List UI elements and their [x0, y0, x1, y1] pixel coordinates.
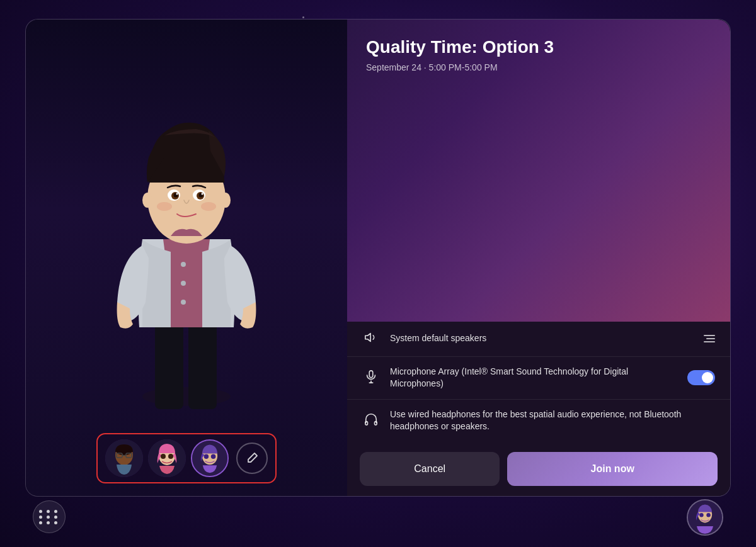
settings-panel: System default speakers	[347, 322, 730, 442]
avatar-thumb-1[interactable]	[105, 439, 143, 477]
microphone-icon	[362, 369, 380, 386]
avatar-selector	[96, 433, 277, 483]
profile-avatar-icon	[688, 499, 722, 536]
speaker-row: System default speakers	[347, 322, 730, 357]
svg-point-15	[202, 193, 203, 195]
cancel-button[interactable]: Cancel	[360, 452, 500, 486]
avatar-thumb-3[interactable]	[191, 439, 229, 477]
headphone-icon	[362, 412, 380, 429]
user-profile-button[interactable]	[687, 499, 723, 536]
event-date: September 24 · 5:00 PM-5:00 PM	[366, 62, 711, 72]
event-preview: Quality Time: Option 3 September 24 · 5:…	[347, 20, 730, 322]
svg-rect-35	[369, 371, 373, 378]
microphone-label: Microphone Array (Intel® Smart Sound Tec…	[390, 366, 677, 390]
svg-point-17	[220, 193, 231, 208]
svg-point-22	[117, 449, 132, 455]
svg-point-28	[161, 454, 166, 459]
svg-rect-39	[375, 422, 377, 426]
main-card: Quality Time: Option 3 September 24 · 5:…	[25, 19, 731, 497]
svg-point-5	[181, 300, 186, 305]
svg-point-4	[181, 281, 186, 286]
svg-point-29	[168, 454, 173, 459]
svg-rect-38	[365, 422, 368, 426]
microphone-row: Microphone Array (Intel® Smart Sound Tec…	[347, 357, 730, 400]
headphone-tip-label: Use wired headphones for the best spatia…	[390, 409, 715, 433]
avatar-display	[26, 20, 347, 496]
microphone-toggle[interactable]	[687, 370, 715, 385]
svg-rect-2	[188, 321, 217, 409]
svg-point-3	[181, 262, 186, 267]
svg-point-14	[176, 193, 178, 195]
speaker-icon	[362, 330, 380, 347]
headphone-row: Use wired headphones for the best spatia…	[347, 400, 730, 442]
svg-point-42	[699, 513, 704, 517]
svg-point-32	[204, 454, 209, 458]
speaker-settings-icon[interactable]	[704, 335, 715, 342]
svg-point-16	[142, 193, 152, 208]
svg-point-19	[201, 202, 216, 211]
svg-point-43	[706, 513, 711, 517]
avatar-character	[73, 94, 300, 422]
apps-grid-button[interactable]	[33, 500, 66, 533]
event-title: Quality Time: Option 3	[366, 37, 711, 57]
edit-avatar-button[interactable]	[236, 443, 268, 474]
join-now-button[interactable]: Join now	[507, 452, 718, 486]
svg-point-18	[157, 202, 172, 211]
svg-marker-34	[365, 333, 370, 341]
grid-dots-icon	[39, 510, 59, 524]
speaker-label: System default speakers	[390, 332, 694, 345]
action-bar: Cancel Join now	[347, 442, 730, 496]
svg-point-33	[211, 454, 215, 458]
svg-rect-1	[155, 321, 183, 409]
avatar-panel	[26, 20, 347, 496]
right-panel: Quality Time: Option 3 September 24 · 5:…	[347, 20, 730, 496]
avatar-thumb-2[interactable]	[148, 439, 186, 477]
